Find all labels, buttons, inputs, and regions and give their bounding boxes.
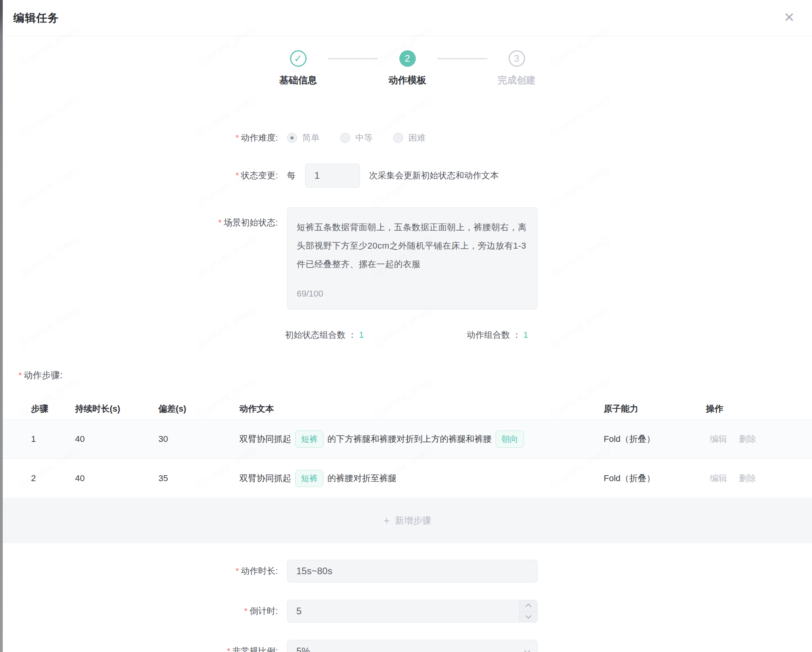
stepper-connector bbox=[437, 58, 487, 59]
radio-label: 简单 bbox=[302, 132, 320, 144]
chevron-down-icon bbox=[524, 648, 531, 652]
step-label: 动作模板 bbox=[389, 74, 426, 86]
wizard-stepper: ✓ 基础信息 2 动作模板 3 完成创建 bbox=[3, 50, 812, 86]
radio-icon bbox=[287, 133, 297, 143]
action-combo-count: 动作组合数 ：1 bbox=[467, 329, 528, 341]
cell-atomic-ability: Fold（折叠） bbox=[604, 473, 706, 484]
cell-duration: 40 bbox=[75, 434, 158, 444]
action-duration-input[interactable]: 15s~80s bbox=[287, 560, 538, 582]
radio-label: 中等 bbox=[355, 132, 373, 144]
scene-initial-label: *场景初始状态: bbox=[3, 207, 278, 229]
action-duration-label: *动作时长: bbox=[3, 565, 278, 577]
plus-icon: + bbox=[384, 515, 389, 527]
combo-value: 1 bbox=[359, 330, 364, 340]
difficulty-row: *动作难度: 简单 中等 困难 bbox=[3, 132, 812, 144]
cell-action-text: 双臂协同抓起 短裤 的裤腰对折至裤腿 bbox=[239, 470, 604, 487]
step-action-template: 2 动作模板 bbox=[378, 50, 437, 86]
step-label: 基础信息 bbox=[279, 74, 317, 86]
state-change-label: *状态变更: bbox=[3, 170, 278, 181]
combo-value: 1 bbox=[524, 330, 528, 340]
unconventional-ratio-row: *非常规比例: 5% bbox=[3, 640, 812, 652]
countdown-input[interactable]: 5 bbox=[287, 600, 538, 623]
table-row: 2 40 35 双臂协同抓起 短裤 的裤腰对折至裤腿 Fold（折叠） 编辑 删… bbox=[3, 458, 812, 498]
col-header-action-text: 动作文本 bbox=[239, 403, 604, 415]
scene-initial-text: 短裤五条数据背面朝上，五条数据正面朝上，裤腰朝右，离头部视野下方至少20cm之外… bbox=[297, 222, 527, 269]
required-mark: * bbox=[235, 133, 239, 143]
step-number: 2 bbox=[399, 50, 416, 67]
dialog-title: 编辑任务 bbox=[13, 11, 59, 26]
radio-icon bbox=[393, 133, 403, 143]
combo-label: 动作组合数 ： bbox=[467, 330, 521, 340]
scene-initial-row: *场景初始状态: 短裤五条数据背面朝上，五条数据正面朝上，裤腰朝右，离头部视野下… bbox=[3, 207, 812, 310]
action-steps-section-label: *动作步骤: bbox=[18, 369, 812, 381]
action-text-part: 双臂协同抓起 bbox=[239, 473, 291, 484]
table-row: 1 40 30 双臂协同抓起 短裤 的下方裤腿和裤腰对折到上方的裤腿和裤腰 朝向… bbox=[3, 419, 812, 458]
action-text-part: 的下方裤腿和裤腰对折到上方的裤腿和裤腰 bbox=[327, 433, 492, 445]
cell-operations: 编辑 删除 bbox=[706, 433, 812, 445]
required-mark: * bbox=[235, 170, 239, 180]
state-change-row: *状态变更: 每 1 次采集会更新初始状态和动作文本 bbox=[3, 163, 812, 188]
chevron-up-icon bbox=[525, 604, 532, 610]
check-icon: ✓ bbox=[290, 50, 307, 67]
countdown-value: 5 bbox=[296, 606, 301, 617]
increment-button[interactable] bbox=[520, 600, 537, 611]
col-header-duration: 持续时长(s) bbox=[75, 403, 158, 415]
col-header-deviation: 偏差(s) bbox=[158, 403, 239, 415]
radio-difficulty-hard[interactable]: 困难 bbox=[393, 132, 426, 144]
decrement-button[interactable] bbox=[520, 611, 537, 623]
required-mark: * bbox=[18, 370, 22, 380]
cell-action-text: 双臂协同抓起 短裤 的下方裤腿和裤腰对折到上方的裤腿和裤腰 朝向 bbox=[239, 430, 604, 448]
edit-link[interactable]: 编辑 bbox=[710, 473, 727, 484]
col-header-atomic-ability: 原子能力 bbox=[604, 403, 706, 415]
delete-link[interactable]: 删除 bbox=[739, 473, 756, 484]
edit-task-dialog: {{current_time}}{{current_time}}{{curren… bbox=[3, 0, 812, 652]
step-basic-info: ✓ 基础信息 bbox=[269, 50, 328, 86]
step-number: 3 bbox=[509, 50, 525, 67]
cell-deviation: 35 bbox=[158, 473, 239, 484]
bottom-form: *动作时长: 15s~80s *倒计时: 5 bbox=[3, 560, 812, 652]
action-template-form: *动作难度: 简单 中等 困难 *状态变更: 每 1 bbox=[3, 132, 812, 652]
cell-step: 1 bbox=[31, 434, 75, 444]
state-change-input[interactable]: 1 bbox=[305, 163, 360, 188]
col-header-operations: 操作 bbox=[706, 403, 812, 415]
scene-initial-textarea[interactable]: 短裤五条数据背面朝上，五条数据正面朝上，裤腰朝右，离头部视野下方至少20cm之外… bbox=[287, 207, 538, 310]
radio-difficulty-easy[interactable]: 简单 bbox=[287, 132, 320, 144]
char-counter: 69/100 bbox=[297, 284, 323, 303]
ratio-value: 5% bbox=[296, 646, 310, 652]
cell-deviation: 30 bbox=[158, 434, 239, 444]
radio-difficulty-medium[interactable]: 中等 bbox=[340, 132, 373, 144]
action-text-part: 的裤腰对折至裤腿 bbox=[327, 473, 397, 484]
unconventional-ratio-label: *非常规比例: bbox=[3, 645, 278, 652]
cell-step: 2 bbox=[31, 473, 75, 484]
radio-label: 困难 bbox=[408, 132, 426, 144]
state-change-prefix: 每 bbox=[287, 170, 296, 181]
cell-atomic-ability: Fold（折叠） bbox=[604, 433, 706, 445]
required-mark: * bbox=[227, 646, 230, 652]
stepper-connector bbox=[328, 58, 378, 59]
action-steps-table: 步骤 持续时长(s) 偏差(s) 动作文本 原子能力 操作 1 40 30 双臂… bbox=[3, 399, 812, 543]
close-icon[interactable]: ✕ bbox=[781, 9, 798, 26]
required-mark: * bbox=[235, 566, 239, 576]
step-label: 完成创建 bbox=[498, 74, 536, 86]
object-tag: 短裤 bbox=[295, 430, 323, 448]
page-backdrop-edge bbox=[0, 0, 3, 652]
cell-duration: 40 bbox=[75, 473, 158, 484]
dialog-header: 编辑任务 ✕ bbox=[3, 0, 812, 36]
col-header-step: 步骤 bbox=[31, 403, 75, 415]
initial-state-combo-count: 初始状态组合数 ：1 bbox=[285, 329, 364, 341]
action-text-part: 双臂协同抓起 bbox=[239, 433, 291, 445]
table-header-row: 步骤 持续时长(s) 偏差(s) 动作文本 原子能力 操作 bbox=[3, 399, 812, 419]
orientation-tag: 朝向 bbox=[496, 430, 524, 448]
combination-counts-row: 初始状态组合数 ：1 动作组合数 ：1 bbox=[285, 329, 812, 341]
required-mark: * bbox=[244, 606, 248, 616]
number-stepper bbox=[519, 600, 537, 622]
delete-link[interactable]: 删除 bbox=[739, 433, 756, 445]
unconventional-ratio-select[interactable]: 5% bbox=[287, 640, 538, 652]
object-tag: 短裤 bbox=[295, 470, 323, 487]
countdown-label: *倒计时: bbox=[3, 605, 278, 617]
countdown-row: *倒计时: 5 bbox=[3, 600, 812, 623]
add-step-button[interactable]: + 新增步骤 bbox=[3, 498, 812, 543]
edit-link[interactable]: 编辑 bbox=[710, 433, 727, 445]
combo-label: 初始状态组合数 ： bbox=[285, 330, 356, 340]
step-finish: 3 完成创建 bbox=[487, 50, 546, 86]
